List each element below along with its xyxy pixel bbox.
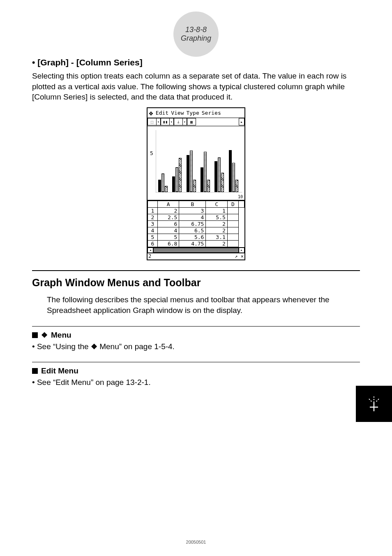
cell[interactable]: 6.8 xyxy=(158,240,179,247)
status-bar: 2 ↗ ✕ xyxy=(148,253,244,259)
chart-area: 5 10 xyxy=(148,126,244,200)
menu-series[interactable]: Series xyxy=(202,110,221,116)
menubar: ❖ Edit View Type Series xyxy=(148,108,244,118)
device-screenshot: ❖ Edit View Type Series ⬚ ▾ ▮▮ ▾ ⫰ ▾ ▦ ▸ xyxy=(147,107,245,260)
line-chart-icon[interactable]: ⫰ xyxy=(174,118,183,125)
svg-line-1 xyxy=(369,399,372,402)
row-header[interactable]: 4 xyxy=(148,227,158,234)
edit-menu-reference: • See “Edit Menu” on page 13-2-1. xyxy=(32,378,360,387)
divider xyxy=(32,270,360,271)
vertical-scrollbar[interactable] xyxy=(239,201,244,207)
cell[interactable]: 4 xyxy=(158,227,179,234)
menu-type[interactable]: Type xyxy=(186,110,199,116)
menu-edit[interactable]: Edit xyxy=(156,110,168,116)
subsection-heading: • [Graph] - [Column Series] xyxy=(32,58,360,67)
table-row: 446.52 xyxy=(148,227,244,234)
divider xyxy=(32,362,360,362)
page-ref: 13-8-8 xyxy=(185,25,207,34)
cell[interactable]: 4 xyxy=(179,214,206,220)
table-row: 66.84.752 xyxy=(148,240,244,247)
select-tool-dropdown[interactable]: ▾ xyxy=(157,118,161,125)
section-heading: Graph Window Menus and Toolbar xyxy=(32,277,360,289)
cell[interactable]: 1 xyxy=(206,207,227,214)
os-menu-icon: ❖ xyxy=(41,331,48,340)
divider xyxy=(32,326,360,327)
square-bullet-icon xyxy=(32,332,38,338)
table-row: 22.545.5 xyxy=(148,214,244,220)
edit-menu-heading: Edit Menu xyxy=(32,366,360,375)
menu-view[interactable]: View xyxy=(171,110,184,116)
grid-icon[interactable]: ▦ xyxy=(187,118,196,125)
os-menu-heading: ❖ Menu xyxy=(32,331,360,340)
cell[interactable] xyxy=(227,234,238,240)
col-header[interactable]: D xyxy=(227,201,238,207)
cell[interactable] xyxy=(227,207,238,214)
col-header[interactable]: B xyxy=(179,201,206,207)
cell[interactable]: 4.75 xyxy=(179,240,206,247)
bar-chart-icon[interactable]: ▮▮ xyxy=(161,118,170,125)
cell[interactable]: 5 xyxy=(158,234,179,240)
section-name: Graphing xyxy=(181,34,211,43)
table-row: 555.63.1 xyxy=(148,234,244,240)
footer-stamp: 20050501 xyxy=(0,540,392,544)
spreadsheet-area: A B C D 123122.545.5366.752446.52555.63.… xyxy=(148,200,244,259)
os-menu-icon[interactable]: ❖ xyxy=(149,109,153,117)
row-header[interactable]: 1 xyxy=(148,207,158,214)
col-header[interactable]: C xyxy=(206,201,227,207)
cell[interactable]: 3.1 xyxy=(206,234,227,240)
line-chart-dropdown[interactable]: ▾ xyxy=(183,118,187,125)
svg-line-2 xyxy=(376,399,379,402)
cell[interactable]: 5.5 xyxy=(206,214,227,220)
cell[interactable] xyxy=(227,220,238,227)
bar-chart-dropdown[interactable]: ▾ xyxy=(170,118,174,125)
y-tick-label: 5 xyxy=(150,150,153,156)
col-header[interactable]: A xyxy=(158,201,179,207)
cell[interactable]: 2.5 xyxy=(158,214,179,220)
toolbar-scroll-right-icon[interactable]: ▸ xyxy=(239,118,244,125)
cell[interactable] xyxy=(227,240,238,247)
cell[interactable] xyxy=(227,227,238,234)
bar-groups xyxy=(158,130,240,192)
table-header-row: A B C D xyxy=(148,201,244,207)
close-icon[interactable]: ✕ xyxy=(241,253,244,259)
section-paragraph: The following describes the special menu… xyxy=(47,294,360,315)
cell[interactable]: 2 xyxy=(158,207,179,214)
row-header[interactable]: 6 xyxy=(148,240,158,247)
table-row: 366.752 xyxy=(148,220,244,227)
cell[interactable]: 2 xyxy=(206,220,227,227)
page-header-badge: 13-8-8 Graphing xyxy=(173,12,219,57)
active-cell-indicator: 2 xyxy=(148,253,151,259)
x-tick-label: 10 xyxy=(238,195,243,199)
cell[interactable]: 2 xyxy=(206,227,227,234)
cell[interactable]: 2 xyxy=(206,240,227,247)
cell[interactable]: 6 xyxy=(158,220,179,227)
resize-handle-icon[interactable]: ↗ xyxy=(235,253,238,259)
square-bullet-icon xyxy=(32,368,38,374)
horizontal-scrollbar[interactable] xyxy=(153,248,239,253)
scroll-right-icon[interactable]: ▸ xyxy=(239,248,244,253)
subsection-paragraph: Selecting this option treats each column… xyxy=(32,71,360,102)
cell[interactable]: 3 xyxy=(179,207,206,214)
row-header[interactable]: 3 xyxy=(148,220,158,227)
row-header[interactable]: 2 xyxy=(148,214,158,220)
scroll-left-icon[interactable]: ◂ xyxy=(148,248,153,253)
cell[interactable]: 6.5 xyxy=(179,227,206,234)
row-header[interactable]: 5 xyxy=(148,234,158,240)
cell[interactable]: 5.6 xyxy=(179,234,206,240)
os-menu-reference: • See “Using the ❖ Menu” on page 1-5-4. xyxy=(32,342,360,351)
os-menu-icon: ❖ xyxy=(91,343,97,351)
toolbar: ⬚ ▾ ▮▮ ▾ ⫰ ▾ ▦ ▸ xyxy=(148,118,244,126)
select-tool-icon[interactable]: ⬚ xyxy=(148,118,157,125)
table-row: 1231 xyxy=(148,207,244,214)
side-tab-icon xyxy=(356,386,392,422)
cell[interactable] xyxy=(227,214,238,220)
cell[interactable]: 6.75 xyxy=(179,220,206,227)
